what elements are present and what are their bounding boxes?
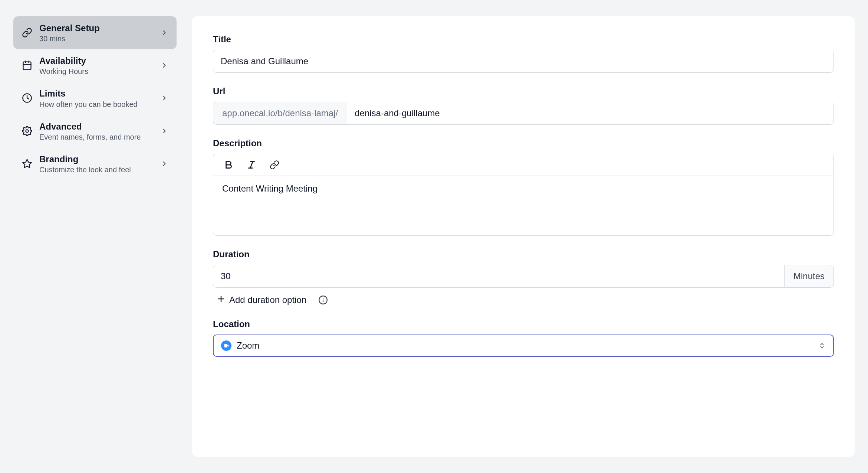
location-select[interactable]: Zoom <box>213 335 834 357</box>
sidebar-item-title: General Setup <box>39 22 154 34</box>
sidebar-item-limits[interactable]: Limits How often you can be booked <box>13 82 177 114</box>
chevron-right-icon <box>160 61 168 69</box>
sidebar-item-subtitle: Event names, forms, and more <box>39 133 154 141</box>
sidebar-item-subtitle: How often you can be booked <box>39 100 154 109</box>
location-label: Location <box>213 319 834 329</box>
title-input[interactable] <box>213 50 834 73</box>
chevron-right-icon <box>160 160 168 168</box>
svg-line-9 <box>250 162 253 168</box>
star-icon <box>22 158 33 169</box>
italic-button[interactable] <box>245 159 258 171</box>
url-prefix: app.onecal.io/b/denisa-lamaj/ <box>213 102 347 125</box>
chevron-right-icon <box>160 94 168 102</box>
location-value: Zoom <box>237 340 813 351</box>
sidebar-item-subtitle: Working Hours <box>39 67 154 76</box>
sidebar-item-title: Limits <box>39 88 154 99</box>
duration-unit: Minutes <box>785 265 834 288</box>
editor-toolbar <box>213 154 834 176</box>
plus-icon <box>217 294 226 306</box>
sidebar-item-availability[interactable]: Availability Working Hours <box>13 49 177 82</box>
description-editor[interactable]: Content Writing Meeting <box>213 176 834 235</box>
link-button[interactable] <box>268 159 281 171</box>
url-label: Url <box>213 86 834 97</box>
sidebar-item-branding[interactable]: Branding Customize the look and feel <box>13 147 177 180</box>
info-icon[interactable] <box>318 295 328 305</box>
sidebar-item-general-setup[interactable]: General Setup 30 mins <box>13 16 177 49</box>
svg-point-5 <box>26 130 29 132</box>
add-duration-button[interactable]: Add duration option <box>217 294 306 306</box>
sidebar-item-subtitle: 30 mins <box>39 35 154 43</box>
chevron-up-down-icon <box>818 341 826 350</box>
sidebar-item-title: Availability <box>39 55 154 66</box>
gear-icon <box>22 125 33 137</box>
duration-label: Duration <box>213 249 834 260</box>
zoom-icon <box>221 340 231 351</box>
chevron-right-icon <box>160 127 168 135</box>
description-label: Description <box>213 138 834 149</box>
svg-marker-6 <box>23 159 31 167</box>
url-input[interactable] <box>347 102 834 125</box>
sidebar-item-title: Advanced <box>39 121 154 132</box>
sidebar-item-title: Branding <box>39 153 154 165</box>
sidebar-item-subtitle: Customize the look and feel <box>39 166 154 174</box>
title-label: Title <box>213 34 834 45</box>
duration-input[interactable] <box>213 265 785 288</box>
add-duration-label: Add duration option <box>229 295 306 305</box>
main-panel: Title Url app.onecal.io/b/denisa-lamaj/ … <box>192 16 855 457</box>
calendar-icon <box>22 60 33 71</box>
svg-rect-0 <box>23 62 31 70</box>
link-icon <box>22 27 33 38</box>
bold-button[interactable] <box>222 159 235 171</box>
chevron-right-icon <box>160 29 168 37</box>
sidebar: General Setup 30 mins Availability Worki… <box>13 16 177 457</box>
clock-icon <box>22 92 33 104</box>
sidebar-item-advanced[interactable]: Advanced Event names, forms, and more <box>13 115 177 147</box>
